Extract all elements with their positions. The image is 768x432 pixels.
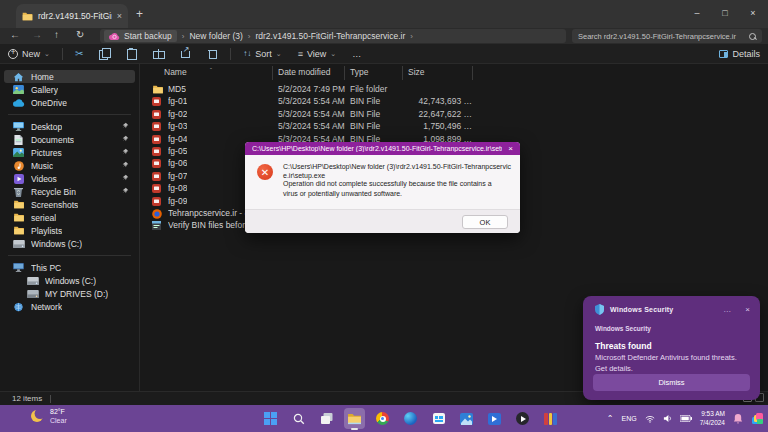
battery-icon[interactable] xyxy=(680,415,692,422)
up-button[interactable]: ↑ xyxy=(54,29,59,40)
column-header-type[interactable]: Type xyxy=(350,67,368,77)
bin-icon xyxy=(152,172,164,181)
sidebar-item-documents[interactable]: Documents xyxy=(4,133,135,146)
sidebar-item-home[interactable]: Home xyxy=(4,70,135,83)
taskbar-player-button[interactable] xyxy=(512,408,533,429)
refresh-button[interactable]: ↻ xyxy=(76,29,84,40)
tab-close-icon[interactable]: × xyxy=(117,11,122,21)
file-name: MD5 xyxy=(168,84,186,94)
new-button[interactable]: New ⌄ xyxy=(0,44,58,64)
details-pane-toggle[interactable]: Details xyxy=(719,44,760,64)
taskbar-edge-button[interactable] xyxy=(400,408,421,429)
cut-button[interactable]: ✂ xyxy=(67,44,91,64)
sidebar-item-label: Documents xyxy=(31,135,74,145)
dialog-close-icon[interactable]: × xyxy=(502,144,513,153)
dismiss-button[interactable]: Dismiss xyxy=(593,374,750,391)
view-button[interactable]: ≡ View ⌄ xyxy=(290,44,345,64)
taskbar-start-button[interactable] xyxy=(260,408,281,429)
search-placeholder: Search rdr2.v1491.50-FitGirl-Tehranpcser… xyxy=(578,32,749,41)
weather-widget[interactable]: 82°FClear xyxy=(30,407,67,425)
sidebar-item-screenshots[interactable]: Screenshots xyxy=(4,198,135,211)
file-explorer-icon xyxy=(347,413,362,425)
explorer-tab[interactable]: rdr2.v1491.50-FitGirl-Tehranpc × xyxy=(16,4,128,28)
taskbar-file-explorer-button[interactable] xyxy=(344,408,365,429)
delete-button[interactable] xyxy=(199,44,226,64)
sidebar-item-network[interactable]: Network xyxy=(4,300,135,313)
breadcrumb[interactable]: Start backup › New folder (3) › rdr2.v14… xyxy=(100,29,566,43)
onedrive-sync-icon xyxy=(109,33,120,40)
column-header-name[interactable]: Name xyxy=(164,67,187,77)
taskbar-media-button[interactable] xyxy=(484,408,505,429)
search-input[interactable]: Search rdr2.v1491.50-FitGirl-Tehranpcser… xyxy=(572,29,762,43)
edge-icon xyxy=(404,412,417,425)
breadcrumb-current-folder[interactable]: rdr2.v1491.50-FitGirl-Tehranpcservice.ir xyxy=(255,31,405,41)
sidebar-item-recycle-bin[interactable]: Recycle Bin xyxy=(4,185,135,198)
clock[interactable]: 9:53 AM7/4/2024 xyxy=(700,410,725,428)
pin-icon xyxy=(122,161,129,168)
notification-bell-icon[interactable] xyxy=(733,413,743,424)
column-divider[interactable] xyxy=(472,66,473,80)
winrar-icon xyxy=(544,413,557,425)
hidden-icons-chevron[interactable]: ⌃ xyxy=(607,414,614,423)
start-backup-button[interactable]: Start backup xyxy=(104,30,177,42)
sidebar-item-desktop[interactable]: Desktop xyxy=(4,120,135,133)
sidebar-item-windows-c-[interactable]: Windows (C:) xyxy=(4,274,135,287)
share-button[interactable] xyxy=(172,44,199,64)
sidebar-item-playlists[interactable]: Playlists xyxy=(4,224,135,237)
taskbar-chrome-button[interactable] xyxy=(372,408,393,429)
sidebar-item-this-pc[interactable]: This PC xyxy=(4,261,135,274)
close-button[interactable]: × xyxy=(738,0,768,26)
taskbar-winrar-button[interactable] xyxy=(540,408,561,429)
minimize-button[interactable]: – xyxy=(682,0,712,26)
bin-icon xyxy=(152,135,164,144)
more-icon: … xyxy=(352,49,361,59)
file-row[interactable]: MD55/2/2024 7:49 PMFile folder xyxy=(146,84,762,96)
column-divider[interactable] xyxy=(272,66,273,80)
back-button[interactable]: ← xyxy=(10,29,20,40)
network-icon xyxy=(12,302,25,312)
copy-button[interactable] xyxy=(91,44,118,64)
sidebar-item-my-drives-d-[interactable]: MY DRIVES (D:) xyxy=(4,287,135,300)
breadcrumb-new-folder[interactable]: New folder (3) xyxy=(189,31,242,41)
taskbar: 82°FClear ⌃ ENG 9:53 AM7/4/2024 xyxy=(0,405,768,432)
chevron-down-icon: ⌄ xyxy=(276,50,282,58)
column-header-size[interactable]: Size xyxy=(408,67,425,77)
sidebar-item-gallery[interactable]: Gallery xyxy=(4,83,135,96)
tray-app-icon[interactable] xyxy=(751,412,764,425)
sidebar-item-windows-c-[interactable]: Windows (C:) xyxy=(4,237,135,250)
new-tab-button[interactable]: + xyxy=(136,7,143,21)
sidebar-item-pictures[interactable]: Pictures xyxy=(4,146,135,159)
volume-icon[interactable] xyxy=(663,414,672,423)
sidebar-item-label: Playlists xyxy=(31,226,62,236)
toast-more-icon[interactable]: … xyxy=(723,305,731,314)
taskbar-store-button[interactable] xyxy=(428,408,449,429)
more-options-button[interactable]: … xyxy=(344,44,369,64)
column-divider[interactable] xyxy=(402,66,403,80)
file-name: fg-06 xyxy=(168,158,187,168)
file-row[interactable]: fg-015/3/2024 5:54 AMBIN File42,743,693 … xyxy=(146,96,762,108)
column-divider[interactable] xyxy=(344,66,345,80)
sidebar-item-music[interactable]: Music xyxy=(4,159,135,172)
sidebar-item-label: Windows (C:) xyxy=(31,239,82,249)
wifi-icon[interactable] xyxy=(645,415,655,423)
paste-button[interactable] xyxy=(118,44,145,64)
rename-button[interactable] xyxy=(145,44,172,64)
sidebar-item-onedrive[interactable]: OneDrive xyxy=(4,96,135,109)
toast-close-icon[interactable]: × xyxy=(745,305,750,314)
sort-button[interactable]: ↑↓ Sort ⌄ xyxy=(235,44,289,64)
file-row[interactable]: fg-035/3/2024 5:54 AMBIN File1,750,496 … xyxy=(146,121,762,133)
forward-button[interactable]: → xyxy=(32,29,42,40)
taskbar-photos-button[interactable] xyxy=(456,408,477,429)
sidebar-item-videos[interactable]: Videos xyxy=(4,172,135,185)
maximize-button[interactable]: □ xyxy=(710,0,740,26)
taskbar-task-view-button[interactable] xyxy=(316,408,337,429)
language-indicator[interactable]: ENG xyxy=(622,415,637,422)
taskbar-search-button[interactable] xyxy=(288,408,309,429)
dialog-title-bar[interactable]: C:\Users\HP\Desktop\New folder (3)\rdr2.… xyxy=(245,142,520,155)
sidebar-item-label: Screenshots xyxy=(31,200,78,210)
file-name: fg-07 xyxy=(168,171,187,181)
ok-button[interactable]: OK xyxy=(462,215,508,229)
file-row[interactable]: fg-025/3/2024 5:54 AMBIN File22,647,622 … xyxy=(146,109,762,121)
sidebar-item-serieal[interactable]: serieal xyxy=(4,211,135,224)
column-header-date[interactable]: Date modified xyxy=(278,67,330,77)
